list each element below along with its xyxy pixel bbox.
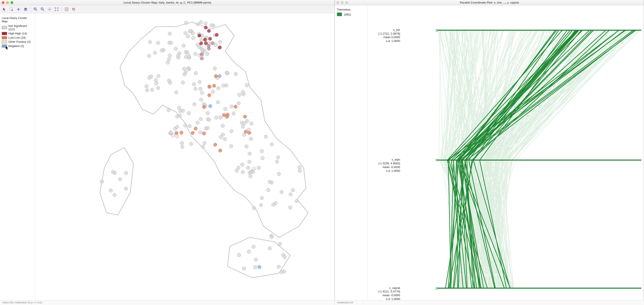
axis-mean: mean -0.0000 (369, 165, 400, 169)
svg-point-166 (298, 169, 302, 172)
swatch-icon (2, 36, 7, 39)
theme-legend-row[interactable]: (261) (337, 13, 366, 16)
close-icon[interactable] (2, 1, 4, 4)
svg-point-118 (196, 121, 199, 124)
zoom-icon[interactable] (10, 1, 13, 4)
axis-name: s_intr (369, 28, 400, 32)
status-right: #selected=19 (335, 300, 355, 305)
svg-point-200 (254, 258, 258, 261)
basemap-icon[interactable] (64, 6, 70, 12)
minimize-icon[interactable] (341, 1, 344, 4)
svg-point-59 (187, 55, 191, 58)
svg-point-123 (167, 108, 170, 112)
svg-point-231 (222, 113, 226, 117)
svg-point-47 (184, 70, 188, 74)
svg-point-110 (183, 124, 187, 127)
svg-point-132 (206, 126, 210, 130)
layers-icon[interactable] (22, 6, 29, 12)
fit-extent-icon[interactable] (54, 6, 60, 12)
select-arrow-icon[interactable] (1, 6, 8, 12)
svg-point-56 (184, 31, 187, 35)
svg-point-192 (124, 187, 128, 191)
zoom-in-icon[interactable] (32, 6, 38, 12)
svg-point-30 (157, 74, 160, 78)
svg-point-184 (291, 188, 295, 192)
svg-point-135 (223, 137, 226, 141)
pcp-window: Parallel Coordinate Plot: s_intr, ..., s… (335, 0, 644, 300)
axis-mean: mean 0.0000 (369, 36, 400, 39)
axis-handle-s-intr[interactable] (436, 29, 438, 32)
svg-point-223 (194, 127, 197, 130)
svg-point-226 (180, 131, 183, 134)
svg-point-129 (198, 131, 202, 134)
svg-point-121 (180, 141, 184, 145)
svg-point-94 (200, 91, 204, 94)
legend-item-other-positive[interactable]: Other Positive (3) (1, 40, 34, 44)
refresh-icon[interactable] (70, 6, 77, 12)
svg-point-185 (109, 189, 112, 192)
svg-point-6 (147, 54, 151, 58)
axis-name: s_eqln (369, 158, 400, 162)
svg-point-148 (260, 149, 264, 153)
legend-item-high-high[interactable]: High-High (14) (1, 31, 34, 36)
axis-name: s_caprat (369, 286, 400, 290)
status-bar: #obs=261 #selected=19 p <= 0.01 #selecte… (0, 300, 644, 305)
svg-point-109 (193, 103, 196, 106)
svg-point-211 (208, 37, 212, 41)
svg-point-102 (234, 72, 238, 76)
svg-point-227 (202, 132, 206, 135)
toolbar-divider (30, 7, 31, 12)
svg-point-54 (199, 21, 202, 24)
svg-point-153 (247, 128, 250, 131)
svg-point-235 (212, 84, 216, 88)
svg-point-133 (178, 114, 182, 118)
titlebar-left[interactable]: Local Geary Cluster Map: italy_banks_te_… (0, 0, 334, 5)
svg-point-96 (241, 90, 245, 94)
pcp-canvas[interactable]: s_intr [-2.2722, 2.0676] mean 0.0000 s.d… (368, 5, 644, 300)
legend-item-negative[interactable]: Negative (3) (1, 44, 34, 48)
svg-point-161 (295, 199, 298, 203)
zoom-out-icon[interactable] (40, 6, 46, 12)
fit-move-icon[interactable] (46, 6, 53, 12)
svg-point-172 (298, 165, 301, 169)
legend-item-low-low[interactable]: Low-Low (19) (1, 36, 34, 40)
close-icon[interactable] (336, 1, 339, 4)
svg-point-145 (230, 129, 233, 133)
titlebar-right[interactable]: Parallel Coordinate Plot: s_intr, ..., s… (335, 0, 644, 5)
svg-point-158 (250, 122, 253, 125)
svg-point-83 (224, 107, 227, 111)
axis-range: [-1.3236, 4.9062] (369, 162, 400, 165)
minimize-icon[interactable] (6, 1, 9, 4)
axis-handle-s-eqln[interactable] (436, 159, 438, 161)
svg-point-203 (270, 235, 274, 239)
axis-handle-s-caprat[interactable] (436, 287, 438, 289)
svg-point-61 (196, 23, 200, 26)
select-box-icon[interactable] (8, 6, 14, 12)
svg-point-212 (203, 38, 207, 42)
svg-point-246 (208, 104, 212, 108)
svg-point-230 (226, 113, 230, 116)
axis-sd: s.d. 1.0000 (369, 297, 400, 300)
svg-point-207 (277, 265, 280, 268)
svg-point-183 (268, 180, 272, 183)
svg-point-41 (145, 88, 149, 92)
svg-point-55 (191, 36, 195, 40)
svg-point-113 (180, 145, 184, 149)
svg-point-31 (194, 87, 197, 91)
svg-point-174 (246, 166, 250, 170)
svg-point-27 (168, 54, 172, 57)
pan-plus-icon[interactable] (16, 6, 22, 12)
svg-point-222 (174, 131, 178, 135)
swatch-icon (2, 40, 7, 44)
svg-point-12 (174, 47, 178, 51)
svg-point-155 (243, 121, 246, 125)
svg-point-127 (178, 106, 181, 110)
svg-point-69 (184, 21, 188, 25)
legend-item-not-significant[interactable]: Not Significant (222) (1, 24, 34, 31)
map-canvas[interactable] (35, 13, 334, 300)
svg-point-35 (160, 49, 164, 52)
svg-point-100 (206, 111, 210, 115)
svg-point-28 (156, 41, 160, 45)
svg-point-220 (207, 47, 210, 50)
zoom-icon[interactable] (345, 1, 348, 4)
